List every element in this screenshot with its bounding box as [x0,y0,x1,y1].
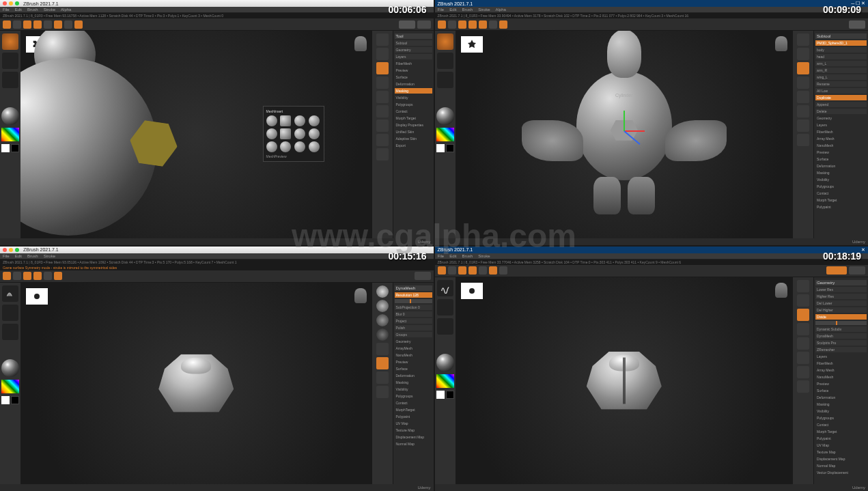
xyz-icon[interactable] [376,91,389,103]
top-toolbar[interactable] [435,18,869,31]
timestamp: 00:06:06 [388,4,426,15]
move-icon[interactable] [376,120,389,132]
secondary-color[interactable] [11,144,19,152]
brush-slot[interactable] [437,33,453,50]
axis-x-icon [624,130,645,132]
rotate-icon[interactable] [376,134,389,146]
left-tray [0,283,20,485]
local-icon[interactable] [376,76,389,89]
tool-thumbnail[interactable] [26,288,48,305]
left-tray [435,31,456,238]
nav-head-icon[interactable] [775,36,787,51]
bottom-bar: Udemy [435,484,869,491]
right-shelf [372,31,393,238]
nav-head-icon[interactable] [354,36,367,51]
mesh-wing-left [522,120,583,161]
status-bar: ZBrush 2021.7.1 | 8_01R3 • Free Mem 93.1… [0,13,434,18]
top-toolbar[interactable] [435,265,869,277]
insert-mesh-popup[interactable]: MeshInsert MeshPreview [263,106,324,162]
traffic-lights[interactable] [3,1,19,5]
bpr-button[interactable] [399,20,415,29]
window-titlebar: ZBrush 2021.7.1 ✕ [435,247,869,253]
transform-gizmo[interactable] [604,110,645,151]
top-toolbar[interactable] [0,18,434,31]
timestamp: 00:18:19 [823,251,861,262]
close-icon[interactable]: ✕ [861,1,865,6]
floor-icon[interactable] [376,62,389,74]
status-bar: ZBrush 2021.7.1 | 8_01R3 • Free Mem 93.0… [0,259,434,265]
primitive-cone-icon[interactable] [309,115,320,126]
persp-icon[interactable] [376,48,389,60]
app-title: ZBrush 2021.7.1 [23,1,59,6]
frame-icon[interactable] [376,33,389,46]
color-picker[interactable] [1,128,19,141]
right-panel: Tool Subtool Geometry Layers FiberMesh P… [393,31,434,238]
sdiv-slider[interactable] [815,321,867,325]
tool-thumbnail[interactable] [461,36,483,53]
viewport[interactable]: MeshInsert MeshPreview [20,31,372,238]
stroke-slot[interactable] [2,53,18,69]
nav-head-icon[interactable] [354,288,367,303]
annotation-label: Cylinder [615,93,633,98]
menu-bar[interactable]: FileEditBrushStroke [0,253,434,259]
alpha-slot[interactable] [2,72,18,88]
close-icon[interactable]: ✕ [861,247,865,253]
polyframe-icon[interactable] [376,148,389,160]
bottom-bar: Udemy [0,238,434,245]
left-tray [435,277,456,485]
brush-slot[interactable] [2,33,18,50]
right-shelf [793,31,813,238]
right-panel: DynaMesh Resolution 128 SubProjection 0 … [393,283,434,485]
panel-top-right: 00:09:09 ZBrush 2021.7.1 ─ ☐ ✕ FileEditB… [435,0,869,245]
timestamp: 00:15:16 [388,251,426,262]
bottom-bar: Udemy [0,484,434,491]
color-picker[interactable] [436,374,454,388]
color-picker[interactable] [436,128,454,141]
app-title: ZBrush 2021.7.1 [438,1,473,6]
primitive-cube-icon[interactable] [280,115,291,126]
viewport[interactable]: Cylinder [456,31,794,238]
right-shelf [372,283,393,485]
mesh-wing-right [665,120,727,161]
material-slot[interactable] [1,359,19,377]
mesh-hull [158,354,234,412]
edit-button[interactable] [3,20,11,29]
zoom-icon[interactable] [376,105,389,117]
material-slot[interactable] [1,107,19,125]
brush-slot[interactable] [2,285,18,302]
timestamp: 00:09:09 [823,4,861,15]
resolution-slider[interactable] [395,299,432,303]
menu-bar[interactable]: FileEditBrushStrokeAlpha [435,7,869,13]
window-titlebar: ZBrush 2021.7.1 [0,0,434,7]
bottom-bar: Udemy [435,238,869,245]
status-bar: ZBrush 2021.7.1 | 8_01R3 • Free Mem 33.7… [435,259,869,265]
window-titlebar: ZBrush 2021.7.1 [0,247,434,253]
panel-bottom-right: 00:18:19 ZBrush 2021.7.1 ✕ FileEditBrush… [435,247,869,492]
material-slot[interactable] [436,107,454,125]
main-color[interactable] [1,144,10,152]
viewport[interactable] [20,283,372,485]
viewport[interactable] [456,277,794,485]
tool-thumbnail[interactable] [461,283,483,299]
mesh-leg-left [593,177,621,214]
material-slot[interactable] [436,354,454,371]
color-picker[interactable] [1,380,19,393]
panel-top-left: 00:06:06 ZBrush 2021.7.1 FileEditBrushSt… [0,0,434,245]
nav-head-icon[interactable] [775,283,787,298]
right-panel: Geometry Lower Res Higher Res Del Lower … [813,277,868,485]
right-shelf [793,277,813,485]
right-panel: Subtool PM3D_Sphere3D_1 body head arm_L … [813,31,868,238]
axis-y-icon [624,111,625,131]
top-toolbar[interactable] [0,270,434,283]
menu-bar[interactable]: FileEditBrushStroke [435,253,869,259]
brush-slot[interactable] [437,280,453,296]
primitive-cylinder-icon[interactable] [294,115,305,126]
mesh-leg-right [628,177,655,214]
mesh-head [607,31,641,78]
panel-bottom-left: 00:15:16 ZBrush 2021.7.1 FileEditBrushSt… [0,247,434,492]
window-titlebar: ZBrush 2021.7.1 ─ ☐ ✕ [435,0,869,7]
menu-bar[interactable]: FileEditBrushStrokeAlpha [0,7,434,13]
primitive-sphere-icon[interactable] [266,115,277,126]
mesh-hull-detailed [587,352,662,410]
status-bar: ZBrush 2021.7.1 | 8_01R3 • Free Mem 33.9… [435,13,869,18]
